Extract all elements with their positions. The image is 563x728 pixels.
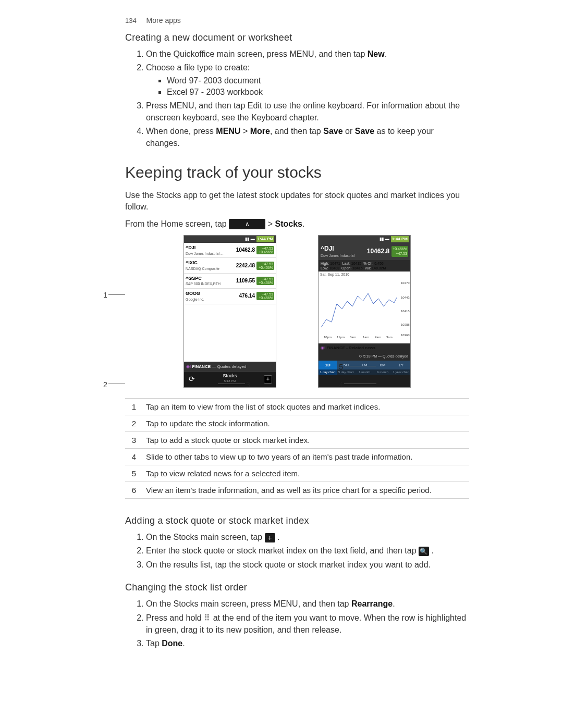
add-button[interactable]: + <box>260 372 276 387</box>
yahoo-icon: ◉! <box>321 346 326 350</box>
related-news-bar[interactable]: ◉! FINANCE - Related news <box>319 343 410 352</box>
svg-text:10360: 10360 <box>401 334 410 337</box>
step-3: Press MENU, and then tap Edit to use the… <box>146 100 469 124</box>
yahoo-icon: ◉! <box>186 364 192 369</box>
legend-1: Tap an item to view from the list of sto… <box>143 398 469 415</box>
legend-4: Slide to other tabs to view up to two ye… <box>143 448 469 465</box>
step-3: On the results list, tap the stock quote… <box>146 559 469 571</box>
battery-icon: ▬ <box>385 236 389 242</box>
svg-text:11pm: 11pm <box>337 336 345 339</box>
svg-text:3am: 3am <box>386 336 393 339</box>
home-launcher-icon: ∧ <box>229 219 265 229</box>
plus-icon: + <box>265 533 275 542</box>
signal-icon: ▮▮ <box>380 236 384 242</box>
heading-stocks: Keeping track of your stocks <box>125 162 469 183</box>
refresh-button[interactable]: ⟳ <box>184 372 200 387</box>
empty-area <box>184 304 276 362</box>
yahoo-finance-bar[interactable]: ◉! FINANCE — Quotes delayed <box>184 362 276 371</box>
chart-svg: 10470 10443 10415 10388 10360 10pm 11pm … <box>319 278 410 339</box>
step-1: On the Stocks main screen, tap + . <box>146 532 469 543</box>
svg-text:10415: 10415 <box>401 310 410 313</box>
refresh-icon: ⟳ <box>189 374 195 385</box>
svg-text:2am: 2am <box>375 336 381 339</box>
tab-1m[interactable]: 1M <box>355 361 373 369</box>
changing-order-steps: On the Stocks main screen, press MENU, a… <box>136 598 469 649</box>
detail-header: ^DJI Dow Jones Industrial 10462.8 +0.456… <box>319 243 410 260</box>
callout-3: 3 <box>246 380 250 390</box>
clock: 1:44 PM <box>391 236 409 242</box>
search-icon: 🔍 <box>419 547 429 556</box>
phone-screenshots: 1 2 3 4 5 6 ▮▮ ▬ 1:44 PM ^DJIDow Jones I… <box>125 235 469 388</box>
legend-2: Tap to update the stock information. <box>143 415 469 431</box>
svg-text:10388: 10388 <box>401 323 410 326</box>
step-2: Enter the stock quote or stock market in… <box>146 545 469 557</box>
drag-handle-icon: ⠿ <box>204 612 211 624</box>
stock-row[interactable]: ^GSPCS&P 500 INDEX,RTH 1109.55 +47.53+0.… <box>184 274 276 289</box>
signal-icon: ▮▮ <box>245 236 249 242</box>
file-type-list: Word 97- 2003 document Excel 97 - 2003 w… <box>162 75 469 98</box>
bottom-title: Stocks 5:18 PM <box>200 372 260 387</box>
battery-icon: ▬ <box>251 236 255 242</box>
heading-adding-stock: Adding a stock quote or stock market ind… <box>125 514 469 527</box>
callout-2: 2 <box>103 380 107 390</box>
step-1: On the Quickoffice main screen, press ME… <box>146 48 469 60</box>
clock: 1:44 PM <box>256 236 274 242</box>
svg-text:1am: 1am <box>363 336 369 339</box>
callout-5: 5 <box>339 362 343 373</box>
step-1: On the Stocks main screen, press MENU, a… <box>146 598 469 610</box>
time-range-sublabels: 1 day chart 5 day chart 1 month 6 month … <box>319 369 410 375</box>
callout-4: 4 <box>339 380 343 390</box>
bullet-word: Word 97- 2003 document <box>167 75 469 87</box>
section-title: More apps <box>146 16 181 24</box>
status-bar: ▮▮ ▬ 1:44 PM <box>319 236 410 243</box>
stats-row: High: 10471 Last: 10415 % Ch: 0.456 Low:… <box>319 260 410 272</box>
step-2: Choose a file type to create: Word 97- 2… <box>146 62 469 98</box>
stock-row[interactable]: ^DJIDow Jones Industrial ... 10462.8 +47… <box>184 243 276 258</box>
page-header: 134 More apps <box>125 16 469 26</box>
stock-row[interactable]: ^IXICNASDAQ Composite 2242.48 +47.53+0.4… <box>184 258 276 273</box>
legend-3: Tap to add a stock quote or stock market… <box>143 431 469 448</box>
stock-row[interactable]: GOOGGoogle Inc. 476.14 +47.53+0.456% <box>184 289 276 304</box>
time-range-tabs: 1D 5D 1M 6M 1Y <box>319 361 410 369</box>
stocks-intro: Use the Stocks app to get the latest sto… <box>125 190 469 213</box>
adding-stock-steps: On the Stocks main screen, tap + . Enter… <box>136 532 469 571</box>
tab-1y[interactable]: 1Y <box>392 361 410 369</box>
callout-legend-table: 1Tap an item to view from the list of st… <box>125 398 469 499</box>
svg-text:10pm: 10pm <box>324 336 332 339</box>
page-number: 134 <box>125 17 137 24</box>
callout-1: 1 <box>103 290 107 301</box>
step-4: When done, press MENU > More, and then t… <box>146 126 469 149</box>
svg-text:10470: 10470 <box>401 281 410 285</box>
phone-stock-detail: ▮▮ ▬ 1:44 PM ^DJI Dow Jones Industrial 1… <box>318 235 411 388</box>
bottom-bar: ⟳ Stocks 5:18 PM + <box>184 371 276 387</box>
status-bar: ▮▮ ▬ 1:44 PM <box>184 236 276 243</box>
stocks-from: From the Home screen, tap ∧ > Stocks. <box>125 218 469 230</box>
tab-6m[interactable]: 6M <box>374 361 392 369</box>
price-chart: Sat, Sep 11, 2010 10470 10443 10415 1038… <box>319 272 410 343</box>
creating-doc-steps: On the Quickoffice main screen, press ME… <box>136 48 469 149</box>
bullet-excel: Excel 97 - 2003 workbook <box>167 87 469 98</box>
legend-6: View an item's trade information, and as… <box>143 482 469 498</box>
step-3: Tap Done. <box>146 638 469 649</box>
heading-changing-order: Changing the stock list order <box>125 581 469 594</box>
step-2: Press and hold ⠿ at the end of the item … <box>146 612 469 636</box>
plus-icon: + <box>264 375 272 384</box>
svg-text:0am: 0am <box>350 336 356 339</box>
legend-5: Tap to view related news for a selected … <box>143 465 469 482</box>
svg-text:10443: 10443 <box>401 296 410 299</box>
quotes-delayed: ⟳ 5:18 PM — Quotes delayed <box>319 352 410 361</box>
phone-stocks-list: ▮▮ ▬ 1:44 PM ^DJIDow Jones Industrial ..… <box>183 235 276 388</box>
tab-1d[interactable]: 1D <box>319 361 337 369</box>
heading-creating-doc: Creating a new document or worksheet <box>125 31 469 44</box>
